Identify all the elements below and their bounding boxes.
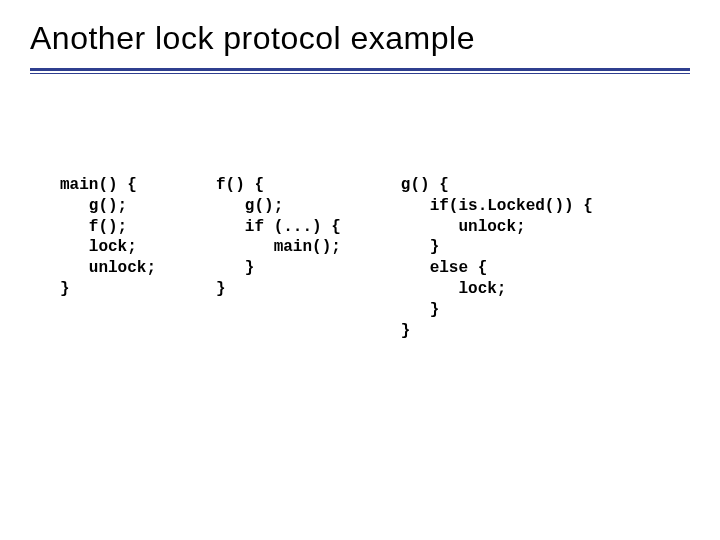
rule-thin [30, 73, 690, 74]
code-block-f: f() { g(); if (...) { main(); } } [216, 175, 341, 300]
rule-thick [30, 68, 690, 71]
slide-title: Another lock protocol example [30, 20, 475, 57]
code-block-main: main() { g(); f(); lock; unlock; } [60, 175, 156, 300]
code-block-g: g() { if(is.Locked()) { unlock; } else {… [401, 175, 593, 341]
code-columns: main() { g(); f(); lock; unlock; } f() {… [60, 175, 593, 341]
slide: Another lock protocol example main() { g… [0, 0, 720, 540]
